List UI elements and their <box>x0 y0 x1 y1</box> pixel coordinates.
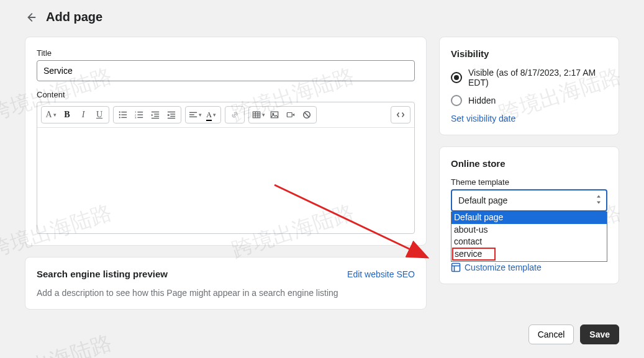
svg-rect-28 <box>452 264 460 272</box>
svg-rect-15 <box>152 118 159 119</box>
theme-template-dropdown: Default page about-us contact service <box>451 212 607 262</box>
editor-toolbar: A▾ B I U 123 ▾ A▾ <box>37 102 414 128</box>
svg-rect-5 <box>121 117 127 118</box>
radio-unchecked-icon <box>451 95 462 106</box>
underline-button[interactable]: U <box>91 107 107 123</box>
svg-point-25 <box>273 114 274 115</box>
svg-rect-13 <box>154 114 159 114</box>
visibility-visible-label: Visible (as of 8/17/2023, 2:17 AM EDT) <box>468 68 607 87</box>
svg-rect-3 <box>121 114 127 115</box>
seo-card: Search engine listing preview Edit websi… <box>25 257 427 310</box>
italic-button[interactable]: I <box>75 107 91 123</box>
link-button[interactable] <box>227 107 243 123</box>
title-input[interactable] <box>37 60 415 81</box>
bullet-list-button[interactable] <box>115 107 131 123</box>
footer-actions: Cancel Save <box>528 324 619 344</box>
set-visibility-date-link[interactable]: Set visibility date <box>451 114 515 123</box>
svg-rect-9 <box>137 114 143 115</box>
theme-template-label: Theme template <box>451 177 607 187</box>
visibility-visible-option[interactable]: Visible (as of 8/17/2023, 2:17 AM EDT) <box>451 68 607 87</box>
online-store-card: Online store Theme template Default page… <box>439 146 619 284</box>
svg-rect-16 <box>168 112 175 112</box>
svg-rect-1 <box>121 112 127 112</box>
format-select[interactable]: A▾ <box>43 107 59 123</box>
cancel-button[interactable]: Cancel <box>528 324 574 344</box>
code-view-button[interactable] <box>392 107 409 123</box>
svg-text:3: 3 <box>135 116 137 119</box>
dropdown-option-about[interactable]: about-us <box>451 224 607 236</box>
customize-template-label: Customize template <box>465 262 542 272</box>
image-button[interactable] <box>266 107 283 123</box>
visibility-hidden-option[interactable]: Hidden <box>451 95 607 106</box>
bold-button[interactable]: B <box>59 107 75 123</box>
align-select[interactable]: ▾ <box>187 107 203 123</box>
visibility-heading: Visibility <box>451 48 607 59</box>
svg-rect-22 <box>189 117 196 117</box>
customize-template-link[interactable]: Customize template <box>451 262 607 272</box>
customize-icon <box>451 262 461 272</box>
save-button[interactable]: Save <box>580 324 619 344</box>
dropdown-option-default[interactable]: Default page <box>451 212 607 224</box>
svg-rect-14 <box>154 116 159 117</box>
svg-rect-23 <box>253 112 260 118</box>
page-title: Add page <box>46 10 102 24</box>
svg-rect-24 <box>271 112 278 118</box>
radio-checked-icon <box>451 72 462 83</box>
svg-rect-12 <box>152 112 159 112</box>
visibility-card: Visibility Visible (as of 8/17/2023, 2:1… <box>439 37 619 135</box>
theme-template-select[interactable]: Default page <box>451 189 607 212</box>
svg-rect-18 <box>170 116 175 117</box>
indent-button[interactable] <box>163 107 179 123</box>
number-list-button[interactable]: 123 <box>131 107 147 123</box>
editor-body[interactable] <box>37 128 414 233</box>
page-form-card: Title Content A▾ B I U 123 <box>25 37 427 246</box>
video-button[interactable] <box>283 107 299 123</box>
back-arrow-icon[interactable] <box>25 11 37 24</box>
seo-description: Add a description to see how this Page m… <box>37 288 415 298</box>
svg-point-4 <box>119 117 120 118</box>
page-header: Add page <box>0 0 644 30</box>
online-store-heading: Online store <box>451 158 607 169</box>
visibility-hidden-label: Hidden <box>468 96 496 105</box>
svg-rect-19 <box>168 118 175 119</box>
seo-heading: Search engine listing preview <box>37 269 168 279</box>
svg-rect-11 <box>137 117 143 118</box>
dropdown-option-service[interactable]: service <box>452 248 496 261</box>
svg-point-2 <box>119 114 120 115</box>
dropdown-option-contact[interactable]: contact <box>451 236 607 248</box>
rich-text-editor: A▾ B I U 123 ▾ A▾ <box>37 102 415 234</box>
svg-rect-20 <box>189 112 196 113</box>
content-label: Content <box>37 90 415 99</box>
outdent-button[interactable] <box>147 107 163 123</box>
clear-format-button[interactable] <box>299 107 315 123</box>
title-label: Title <box>37 48 415 58</box>
svg-rect-7 <box>137 112 143 112</box>
svg-rect-26 <box>287 113 292 117</box>
svg-rect-21 <box>189 114 194 115</box>
edit-seo-link[interactable]: Edit website SEO <box>347 269 415 279</box>
text-color-select[interactable]: A▾ <box>203 107 219 123</box>
table-button[interactable]: ▾ <box>250 107 266 123</box>
svg-rect-17 <box>170 114 175 114</box>
svg-point-0 <box>119 111 120 112</box>
